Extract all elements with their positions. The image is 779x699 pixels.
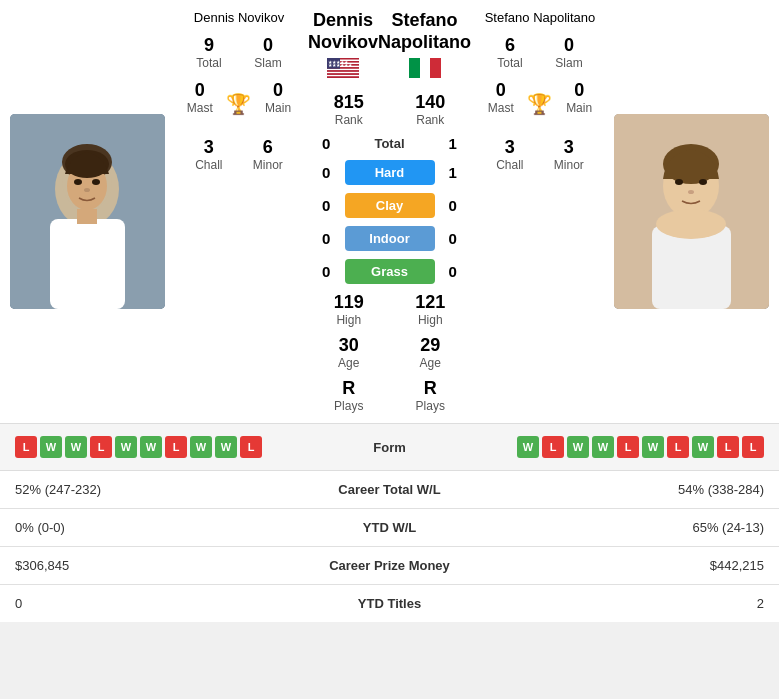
form-badge-l: L xyxy=(90,436,112,458)
player2-name-below: Stefano Napolitano xyxy=(485,10,596,25)
p2-clay-val: 0 xyxy=(435,197,472,214)
player-top-block: Dennis Novikov 9 Total 0 Slam 0 Mast 🏆 xyxy=(0,0,779,423)
main-container: Dennis Novikov 9 Total 0 Slam 0 Mast 🏆 xyxy=(0,0,779,622)
player2-high-value: 121 xyxy=(415,292,445,313)
player1-total-slam: 9 Total 0 Slam xyxy=(180,35,298,70)
high-row: 119 High 121 High xyxy=(308,292,471,327)
player1-photo-placeholder xyxy=(10,114,165,309)
form-badge-l: L xyxy=(667,436,689,458)
stat-right-1: 65% (24-13) xyxy=(506,509,779,547)
svg-rect-20 xyxy=(327,70,359,72)
player1-photo xyxy=(0,0,175,423)
form-badge-l: L xyxy=(165,436,187,458)
player1-slam: 0 Slam xyxy=(254,35,281,70)
stat-left-2: $306,845 xyxy=(0,547,273,585)
svg-rect-22 xyxy=(327,74,359,76)
surface-grass-row: 0 Grass 0 xyxy=(308,259,471,284)
center-comparison: Dennis Novikov xyxy=(303,0,476,423)
player1-age-value: 30 xyxy=(339,335,359,356)
player1-center-name: Dennis Novikov xyxy=(308,10,378,53)
player1-stats: Dennis Novikov 9 Total 0 Slam 0 Mast 🏆 xyxy=(175,0,303,423)
form-badge-w: W xyxy=(592,436,614,458)
stat-center-1: YTD W/L xyxy=(273,509,507,547)
svg-rect-24 xyxy=(327,77,359,79)
player2-rank-label: Rank xyxy=(416,113,444,127)
svg-text:★★★★★: ★★★★★ xyxy=(328,59,349,65)
player2-rank-value: 140 xyxy=(415,92,445,113)
plays-row: R Plays R Plays xyxy=(308,378,471,413)
player2-photo-placeholder xyxy=(614,114,769,309)
svg-rect-30 xyxy=(430,58,441,78)
stats-row-0: 52% (247-232) Career Total W/L 54% (338-… xyxy=(0,471,779,509)
svg-rect-28 xyxy=(409,58,420,78)
player2-high-label: High xyxy=(418,313,443,327)
svg-point-9 xyxy=(92,179,100,185)
player2-main: 0 Main xyxy=(566,80,592,115)
svg-point-8 xyxy=(74,179,82,185)
player1-plays-block: R Plays xyxy=(308,378,390,413)
form-badge-l: L xyxy=(240,436,262,458)
player2-plays-value: R xyxy=(424,378,437,399)
player2-form-badges: WLWWLWLWLL xyxy=(517,436,764,458)
stat-right-0: 54% (338-284) xyxy=(506,471,779,509)
stat-right-3: 2 xyxy=(506,585,779,623)
player2-plays-block: R Plays xyxy=(390,378,472,413)
player2-plays-label: Plays xyxy=(416,399,445,413)
player2-header: Stefano Napolitano xyxy=(378,10,471,82)
player2-age-label: Age xyxy=(420,356,441,370)
form-badge-w: W xyxy=(215,436,237,458)
stat-center-3: YTD Titles xyxy=(273,585,507,623)
form-badge-w: W xyxy=(140,436,162,458)
player1-age-block: 30 Age xyxy=(308,335,390,370)
player1-high-block: 119 High xyxy=(308,292,390,327)
form-badge-w: W xyxy=(567,436,589,458)
player1-chall-minor: 3 Chall 6 Minor xyxy=(180,137,298,172)
player1-total: 9 Total xyxy=(196,35,221,70)
clay-label: Clay xyxy=(345,193,435,218)
player2-age-value: 29 xyxy=(420,335,440,356)
player2-stats: Stefano Napolitano 6 Total 0 Slam 0 Mast… xyxy=(476,0,604,423)
player2-mast: 0 Mast xyxy=(488,80,514,115)
stats-row-3: 0 YTD Titles 2 xyxy=(0,585,779,623)
surface-total-row: 0 Total 1 xyxy=(308,135,471,152)
player1-high-value: 119 xyxy=(334,292,364,313)
stats-table: 52% (247-232) Career Total W/L 54% (338-… xyxy=(0,471,779,622)
svg-rect-7 xyxy=(77,209,97,224)
player1-trophy-icon: 🏆 xyxy=(226,92,251,116)
indoor-label: Indoor xyxy=(345,226,435,251)
form-badge-l: L xyxy=(617,436,639,458)
form-badge-w: W xyxy=(40,436,62,458)
total-label: Total xyxy=(345,136,435,151)
player1-plays-label: Plays xyxy=(334,399,363,413)
form-badge-w: W xyxy=(642,436,664,458)
player-headers: Dennis Novikov xyxy=(308,10,471,82)
svg-point-10 xyxy=(84,188,90,192)
stats-row-1: 0% (0-0) YTD W/L 65% (24-13) xyxy=(0,509,779,547)
player2-photo xyxy=(604,0,779,423)
player2-chall-minor: 3 Chall 3 Minor xyxy=(481,137,599,172)
player1-rank-value: 815 xyxy=(334,92,364,113)
form-badge-l: L xyxy=(15,436,37,458)
p1-indoor-val: 0 xyxy=(308,230,345,247)
p1-clay-val: 0 xyxy=(308,197,345,214)
player2-total: 6 Total xyxy=(497,35,522,70)
svg-point-40 xyxy=(656,209,726,239)
form-badge-w: W xyxy=(692,436,714,458)
player2-slam: 0 Slam xyxy=(555,35,582,70)
player1-flag: ★★★★★★ ★★★★★ xyxy=(308,58,378,82)
player1-header: Dennis Novikov xyxy=(308,10,378,82)
player2-center-name: Stefano Napolitano xyxy=(378,10,471,53)
form-badge-w: W xyxy=(517,436,539,458)
age-row: 30 Age 29 Age xyxy=(308,335,471,370)
form-label: Form xyxy=(353,440,426,455)
svg-rect-23 xyxy=(327,75,359,77)
svg-point-35 xyxy=(675,179,683,185)
svg-point-37 xyxy=(688,190,694,194)
player1-high-label: High xyxy=(336,313,361,327)
hard-label: Hard xyxy=(345,160,435,185)
svg-rect-29 xyxy=(420,58,430,78)
form-badge-w: W xyxy=(190,436,212,458)
svg-rect-19 xyxy=(327,69,359,71)
stat-left-0: 52% (247-232) xyxy=(0,471,273,509)
p2-total-val: 1 xyxy=(435,135,472,152)
